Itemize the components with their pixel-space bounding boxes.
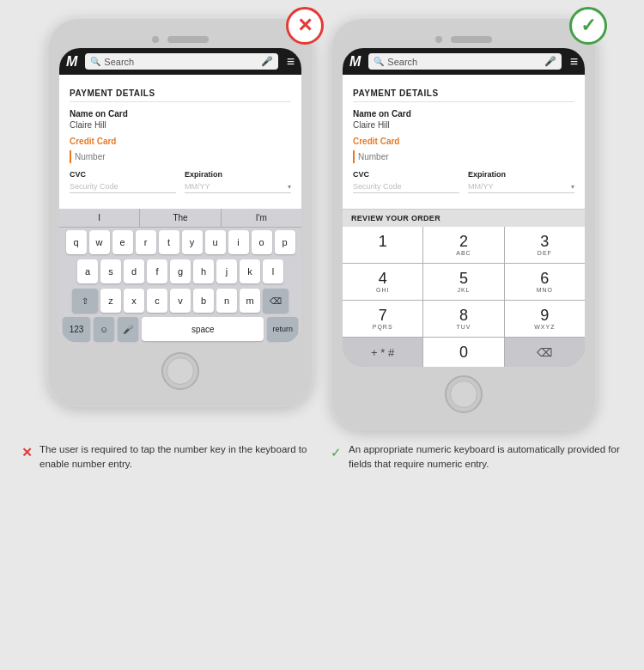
num-key-4[interactable]: 4 GHI: [343, 264, 422, 300]
bad-search-bar[interactable]: 🔍 Search 🎤: [85, 53, 277, 70]
num-6-main: 6: [540, 271, 549, 286]
num-4-main: 4: [379, 271, 387, 286]
suggestion-i[interactable]: I: [59, 209, 140, 227]
good-cc-label: Credit Card: [353, 137, 574, 146]
bad-caption-icon: ✕: [21, 443, 33, 463]
key-z[interactable]: z: [100, 289, 121, 313]
key-q[interactable]: q: [66, 230, 87, 254]
key-h[interactable]: h: [193, 259, 214, 283]
num-key-8[interactable]: 8 TUV: [423, 301, 503, 337]
bad-cc-input[interactable]: [70, 150, 291, 163]
good-name-label: Name on Card: [353, 109, 574, 119]
return-key[interactable]: return: [267, 317, 298, 341]
key-l[interactable]: l: [263, 259, 283, 283]
key-w[interactable]: w: [89, 230, 110, 254]
key-d[interactable]: d: [124, 259, 144, 283]
good-home-button-inner: [450, 381, 477, 408]
num-9-sub: WXYZ: [534, 324, 555, 330]
suggestion-im[interactable]: I'm: [222, 209, 301, 227]
bad-keyboard[interactable]: I The I'm q w e r t y u i o p: [59, 209, 301, 344]
menu-icon[interactable]: ≡: [287, 54, 295, 70]
suggestion-the[interactable]: The: [140, 209, 221, 227]
num-key-2[interactable]: 2 ABC: [423, 227, 503, 263]
good-app-header: M 🔍 Search 🎤 ≡: [343, 48, 585, 75]
num-3-main: 3: [540, 234, 549, 249]
numeric-keyboard[interactable]: 1 2 ABC 3 DEF 4: [343, 227, 585, 367]
space-key[interactable]: space: [142, 317, 264, 341]
chevron-down-icon: ▾: [288, 183, 291, 191]
good-phone: M 🔍 Search 🎤 ≡ PAYMENT DETAILS Name on C…: [331, 17, 597, 430]
key-n[interactable]: n: [216, 289, 237, 313]
app-logo: M: [66, 54, 76, 70]
good-cvc-input[interactable]: Security Code: [353, 180, 459, 193]
num-key-5[interactable]: 5 JKL: [423, 264, 503, 300]
num-key-3[interactable]: 3 DEF: [505, 227, 585, 263]
good-search-bar[interactable]: 🔍 Search 🎤: [368, 53, 561, 70]
num-key-7[interactable]: 7 PQRS: [343, 301, 422, 337]
num-2-sub: ABC: [456, 250, 471, 256]
num-8-sub: TUV: [456, 324, 471, 330]
num-delete-key[interactable]: ⌫: [505, 338, 585, 367]
good-search-icon: 🔍: [374, 57, 384, 66]
num-key-0[interactable]: 0: [423, 338, 503, 367]
mic-icon[interactable]: 🎤: [261, 56, 273, 67]
good-cc-input[interactable]: [353, 150, 574, 163]
num-key-1[interactable]: 1: [343, 227, 422, 263]
key-m[interactable]: m: [240, 289, 260, 313]
bad-home-button[interactable]: [161, 352, 199, 390]
key-s[interactable]: s: [100, 259, 121, 283]
key-p[interactable]: p: [275, 230, 295, 254]
good-cvc-placeholder: Security Code: [353, 182, 459, 191]
num-9-main: 9: [540, 308, 549, 323]
key-a[interactable]: a: [77, 259, 98, 283]
good-caption-text: An appropriate numeric keyboard is autom…: [349, 442, 623, 472]
bad-cvc-input[interactable]: Security Code: [70, 180, 176, 193]
key-r[interactable]: r: [136, 230, 156, 254]
good-exp-input[interactable]: MM/YY ▾: [468, 180, 574, 193]
emoji-key[interactable]: ☺: [94, 317, 114, 341]
key-row-2: a s d f g h j k l: [59, 257, 301, 286]
key-f[interactable]: f: [147, 259, 167, 283]
bad-app-header: M 🔍 Search 🎤 ≡: [59, 48, 301, 75]
key-i[interactable]: i: [228, 230, 249, 254]
good-phone-wrapper: ✓ M 🔍 Search 🎤 ≡ PAYM: [331, 17, 597, 430]
num-8-main: 8: [459, 308, 468, 323]
key-y[interactable]: y: [182, 230, 203, 254]
good-search-text: Search: [387, 57, 540, 67]
num-0-main: 0: [459, 344, 468, 360]
key-j[interactable]: j: [216, 259, 237, 283]
good-menu-icon[interactable]: ≡: [570, 54, 578, 70]
num-1-sub: [381, 250, 384, 256]
key-v[interactable]: v: [170, 289, 191, 313]
num-delete-icon: ⌫: [537, 346, 552, 359]
delete-key[interactable]: ⌫: [263, 289, 289, 313]
key-e[interactable]: e: [112, 230, 133, 254]
bad-search-text: Search: [104, 57, 257, 67]
key-c[interactable]: c: [147, 289, 167, 313]
num-key-6[interactable]: 6 MNO: [505, 264, 585, 300]
key-k[interactable]: k: [240, 259, 260, 283]
review-bar: REVIEW YOUR ORDER: [343, 209, 585, 227]
num-key-sym[interactable]: + * #: [343, 338, 422, 367]
key-g[interactable]: g: [170, 259, 191, 283]
key-t[interactable]: t: [159, 230, 179, 254]
num-key-9[interactable]: 9 WXYZ: [505, 301, 585, 337]
key-u[interactable]: u: [205, 230, 226, 254]
bad-phone: M 🔍 Search 🎤 ≡ PAYMENT DETAILS Name on C…: [47, 17, 313, 407]
keyboard-suggestions: I The I'm: [59, 209, 301, 228]
shift-key[interactable]: ⇧: [72, 289, 98, 313]
captions: ✕ The user is required to tap the number…: [21, 442, 623, 472]
good-mic-icon[interactable]: 🎤: [544, 56, 556, 67]
num-switch-key[interactable]: 123: [63, 317, 90, 341]
num-7-main: 7: [379, 308, 387, 323]
bad-exp-input[interactable]: MM/YY ▾: [185, 180, 291, 193]
bad-exp-field: Expiration MM/YY ▾: [185, 170, 291, 193]
key-o[interactable]: o: [252, 230, 272, 254]
good-home-button[interactable]: [445, 375, 483, 413]
good-caption-icon: ✓: [331, 443, 342, 463]
key-b[interactable]: b: [193, 289, 214, 313]
key-x[interactable]: x: [124, 289, 144, 313]
mic-key[interactable]: 🎤: [118, 317, 138, 341]
good-chevron-icon: ▾: [571, 183, 574, 191]
bad-exp-placeholder: MM/YY: [185, 182, 288, 191]
